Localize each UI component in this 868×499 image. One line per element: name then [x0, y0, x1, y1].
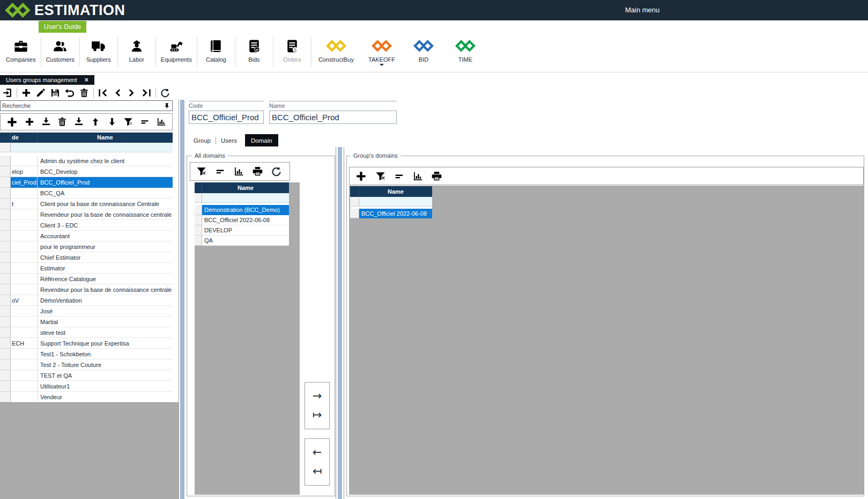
move-down-icon[interactable]: [107, 116, 117, 127]
name-cell[interactable]: José: [38, 306, 173, 317]
list-item[interactable]: Démonstration (BCC_Demo): [195, 205, 289, 215]
list-item[interactable]: BCC_Officiel 2022-06-08: [350, 209, 432, 218]
name-cell[interactable]: BCC_Officiel_Prod: [38, 177, 173, 188]
row-indicator-cell[interactable]: [0, 177, 11, 188]
chart-icon[interactable]: [156, 116, 167, 127]
code-cell[interactable]: [11, 274, 38, 284]
vertical-splitter[interactable]: [180, 100, 184, 499]
code-cell[interactable]: [11, 349, 38, 359]
row-indicator-cell[interactable]: [0, 156, 11, 166]
filter-cell[interactable]: [11, 143, 173, 152]
search-input[interactable]: [1, 102, 164, 109]
table-row[interactable]: Utilisateur1: [0, 381, 173, 392]
toolbar-item-equipments[interactable]: Equipments: [156, 33, 197, 63]
table-row[interactable]: Vendeur: [0, 392, 173, 402]
add-secondary-icon[interactable]: [24, 116, 35, 127]
delete-row-icon[interactable]: [57, 116, 68, 127]
row-indicator-cell[interactable]: [195, 236, 202, 246]
table-row[interactable]: ECH Support Technique pour Expertisa: [0, 338, 173, 349]
table-row[interactable]: oV DémoVentiation: [0, 295, 173, 306]
row-indicator-cell[interactable]: [0, 263, 11, 274]
row-indicator-cell[interactable]: [0, 209, 11, 220]
code-cell[interactable]: [11, 252, 38, 263]
filter-row[interactable]: [195, 193, 289, 203]
name-cell[interactable]: Revendeur pour la base de connaissance c…: [38, 209, 173, 220]
groups-grid-filter-row[interactable]: [0, 143, 173, 152]
table-row[interactable]: Martial: [0, 317, 173, 327]
main-menu-label[interactable]: Main menu: [625, 6, 659, 14]
table-row[interactable]: Référence Catalogue: [0, 274, 173, 284]
row-indicator-cell[interactable]: [0, 317, 11, 327]
row-indicator-cell[interactable]: [195, 215, 202, 225]
row-indicator-cell[interactable]: [0, 166, 11, 177]
code-cell[interactable]: [11, 209, 38, 220]
domain-name-cell[interactable]: BCC_Officiel 2022-06-08: [359, 209, 432, 218]
filter-cell[interactable]: [359, 197, 432, 207]
vertical-splitter[interactable]: [338, 147, 342, 499]
name-cell[interactable]: Chief Estimator: [38, 252, 173, 263]
pin-icon[interactable]: [164, 102, 170, 109]
tab-domain[interactable]: Domain: [245, 134, 278, 146]
name-cell[interactable]: Vendeur: [38, 392, 173, 402]
name-cell[interactable]: Client 3 - EDC: [38, 220, 173, 231]
toolbar-item-customers[interactable]: Customers: [41, 33, 79, 63]
row-indicator-cell[interactable]: [350, 209, 359, 218]
toolbar-item-catalog[interactable]: Catalog: [197, 33, 235, 63]
dropdown-caret-icon[interactable]: [380, 64, 384, 66]
toolbar-item-bid[interactable]: BID: [403, 33, 444, 63]
first-record-icon[interactable]: [98, 87, 108, 98]
code-cell[interactable]: ECH: [11, 338, 38, 349]
menu-item-users-guide[interactable]: User's Guide: [39, 21, 86, 33]
table-row[interactable]: José: [0, 306, 173, 317]
refresh-icon[interactable]: [271, 166, 282, 177]
domain-name-cell[interactable]: Démonstration (BCC_Demo): [202, 205, 289, 215]
chart-icon[interactable]: [233, 166, 244, 177]
code-cell[interactable]: t: [11, 199, 38, 209]
add-row-icon[interactable]: [6, 116, 18, 128]
code-cell[interactable]: [11, 241, 38, 252]
code-cell[interactable]: ciel_Prod: [11, 177, 38, 188]
code-cell[interactable]: [11, 381, 38, 392]
filter-icon[interactable]: [123, 116, 133, 127]
table-row[interactable]: Chief Estimator: [0, 252, 173, 263]
name-cell[interactable]: steve test: [38, 327, 173, 338]
filter-icon[interactable]: [196, 166, 207, 177]
refresh-icon[interactable]: [160, 87, 170, 98]
code-cell[interactable]: [11, 359, 38, 370]
name-cell[interactable]: Revendeur pour la base de connaissance c…: [38, 284, 173, 295]
list-item[interactable]: QA: [195, 236, 289, 246]
name-cell[interactable]: Utilisateur1: [38, 381, 173, 392]
code-input[interactable]: [189, 111, 264, 124]
row-indicator-cell[interactable]: [0, 338, 11, 349]
table-row[interactable]: BCC_QA: [0, 188, 173, 199]
table-row[interactable]: pour le programmeur: [0, 241, 173, 252]
move-up-icon[interactable]: [90, 116, 101, 127]
row-indicator-cell[interactable]: [0, 284, 11, 295]
edit-record-icon[interactable]: [35, 87, 46, 98]
name-cell[interactable]: Estimator: [38, 263, 173, 274]
delete-record-icon[interactable]: [79, 87, 90, 98]
code-cell[interactable]: elop: [11, 166, 38, 177]
close-icon[interactable]: ×: [85, 77, 88, 83]
code-cell[interactable]: [11, 263, 38, 274]
summary-icon[interactable]: [214, 166, 226, 177]
name-cell[interactable]: Accountant: [38, 231, 173, 241]
name-cell[interactable]: Admin du système chez le client: [38, 156, 173, 166]
code-column-header[interactable]: de: [11, 133, 38, 143]
table-row[interactable]: steve test: [0, 327, 173, 338]
move-all-left-button[interactable]: ↤: [313, 466, 322, 477]
code-cell[interactable]: oV: [11, 295, 38, 306]
code-cell[interactable]: [11, 392, 38, 402]
row-indicator-cell[interactable]: [0, 295, 11, 306]
toolbar-item-bids[interactable]: Bids: [235, 33, 273, 63]
toolbar-item-constructbuy[interactable]: ConstructBuy: [311, 33, 361, 63]
name-cell[interactable]: Test1 - Schokbeton: [38, 349, 173, 359]
code-cell[interactable]: [11, 317, 38, 327]
filter-icon[interactable]: [375, 171, 386, 182]
code-cell[interactable]: [11, 231, 38, 241]
table-row[interactable]: elop BCC_Develop: [0, 166, 173, 177]
code-cell[interactable]: [11, 327, 38, 338]
next-record-icon[interactable]: [127, 87, 137, 98]
list-item[interactable]: BCC_Officiel 2022-06-08: [195, 215, 289, 225]
toolbar-item-takeoff[interactable]: TAKEOFF: [361, 33, 403, 66]
